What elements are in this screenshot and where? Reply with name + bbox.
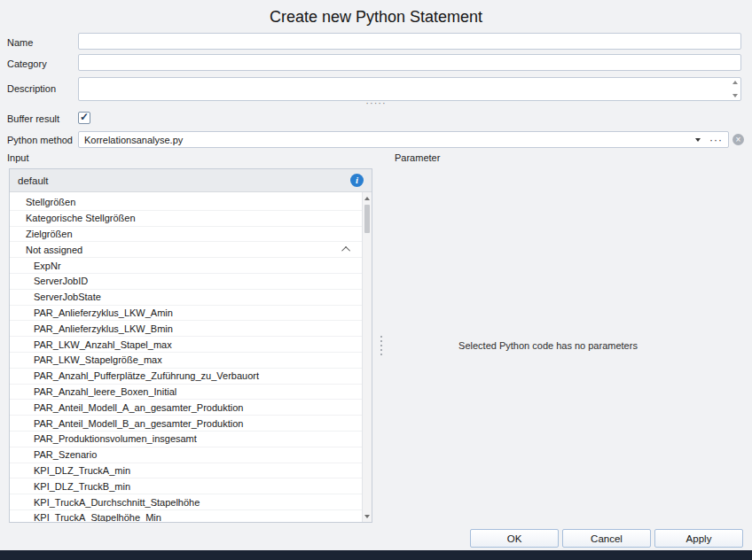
category-label: Category: [7, 58, 47, 69]
list-item[interactable]: Stellgrößen: [10, 195, 362, 211]
description-resize-handle[interactable]: ·····: [0, 99, 752, 106]
list-item-label: Stellgrößen: [26, 197, 75, 207]
description-input[interactable]: [79, 78, 740, 100]
input-list: StellgrößenKategorische StellgrößenZielg…: [10, 192, 362, 522]
list-item[interactable]: PAR_Anlieferzyklus_LKW_Bmin: [10, 321, 362, 337]
buffer-result-checkbox[interactable]: ✓: [78, 112, 90, 124]
input-section-label: Input: [7, 152, 28, 163]
list-item-label: ServerJobID: [34, 276, 88, 286]
description-scroll-down-icon[interactable]: [732, 94, 738, 97]
list-item[interactable]: KPI_TruckA_Durchschnitt_Stapelhöhe: [10, 494, 362, 510]
parameter-empty-message: Selected Python code has no parameters: [388, 340, 709, 351]
list-item-label: KPI_TruckA_Durchschnitt_Stapelhöhe: [34, 497, 200, 508]
checkmark-icon: ✓: [80, 112, 89, 122]
list-item-label: PAR_Anzahl_Pufferplätze_Zuführung_zu_Ver…: [34, 370, 259, 381]
ok-button[interactable]: OK: [470, 529, 559, 548]
name-label: Name: [7, 37, 33, 48]
list-item-label: PAR_Produktionsvolumen_insgesamt: [34, 433, 197, 444]
python-method-combobox[interactable]: Korrelationsanalyse.py ···: [78, 131, 729, 148]
dialog-title: Create new Python Statement: [0, 8, 752, 27]
bottom-bar: [0, 550, 752, 560]
list-item-label: PAR_LKW_Anzahl_Stapel_max: [34, 339, 172, 350]
create-python-statement-dialog: Create new Python Statement Name Categor…: [0, 0, 752, 560]
chevron-up-icon[interactable]: [341, 246, 350, 255]
clear-icon[interactable]: ×: [732, 134, 744, 145]
input-panel-header-label: default: [18, 175, 49, 186]
list-item-label: KPI_DLZ_TruckA_min: [34, 465, 130, 476]
list-item-label: PAR_Anteil_Modell_B_an_gesamter_Produkti…: [34, 418, 243, 429]
list-item[interactable]: Kategorische Stellgrößen: [10, 211, 362, 227]
list-item[interactable]: PAR_Anteil_Modell_A_an_gesamter_Produkti…: [10, 400, 362, 416]
list-item[interactable]: KPI_TruckA_Stapelhöhe_Min: [10, 510, 362, 522]
input-panel-header[interactable]: default i: [10, 169, 372, 192]
info-icon[interactable]: i: [350, 174, 364, 187]
python-method-value: Korrelationsanalyse.py: [84, 135, 695, 145]
list-item[interactable]: PAR_Anzahl_leere_Boxen_Initial: [10, 385, 362, 401]
list-item[interactable]: PAR_Anlieferzyklus_LKW_Amin: [10, 306, 362, 322]
list-item-label: PAR_Szenario: [34, 449, 97, 460]
list-item[interactable]: PAR_Produktionsvolumen_insgesamt: [10, 432, 362, 447]
browse-button[interactable]: ···: [709, 136, 723, 144]
python-method-label: Python method: [7, 135, 73, 145]
list-item[interactable]: ServerJobID: [10, 274, 362, 290]
scrollbar-thumb[interactable]: [364, 205, 370, 233]
description-scroll-up-icon[interactable]: [732, 81, 738, 84]
list-item-label: Not assigned: [26, 245, 82, 255]
list-item[interactable]: Not assigned: [10, 242, 362, 258]
list-item-label: KPI_DLZ_TruckB_min: [34, 481, 130, 492]
list-item[interactable]: Zielgrößen: [10, 227, 362, 243]
list-item[interactable]: KPI_DLZ_TruckB_min: [10, 478, 362, 494]
list-item[interactable]: PAR_Szenario: [10, 447, 362, 463]
name-input[interactable]: [78, 33, 741, 50]
list-item[interactable]: PAR_LKW_Anzahl_Stapel_max: [10, 337, 362, 353]
list-item-label: PAR_LKW_Stapelgröße_max: [34, 354, 162, 365]
apply-button[interactable]: Apply: [654, 529, 743, 548]
parameter-section-label: Parameter: [395, 152, 440, 163]
list-item[interactable]: KPI_DLZ_TruckA_min: [10, 463, 362, 479]
list-item-label: PAR_Anlieferzyklus_LKW_Amin: [34, 307, 173, 318]
list-item-label: PAR_Anzahl_leere_Boxen_Initial: [34, 386, 176, 397]
list-item-label: Kategorische Stellgrößen: [26, 213, 136, 223]
dropdown-arrow-icon[interactable]: [695, 138, 701, 142]
description-label: Description: [7, 83, 56, 94]
list-item-label: ExpNr: [34, 261, 61, 271]
list-item[interactable]: ServerJobState: [10, 290, 362, 306]
list-item-label: KPI_TruckA_Stapelhöhe_Min: [34, 512, 161, 522]
list-item[interactable]: PAR_Anteil_Modell_B_an_gesamter_Produkti…: [10, 416, 362, 432]
list-item-label: PAR_Anteil_Modell_A_an_gesamter_Produkti…: [34, 402, 243, 413]
category-input[interactable]: [78, 54, 741, 71]
list-item-label: ServerJobState: [34, 292, 101, 302]
input-panel: default i StellgrößenKategorische Stellg…: [9, 168, 372, 523]
buffer-result-label: Buffer result: [7, 113, 59, 124]
panel-splitter[interactable]: [377, 168, 386, 523]
list-item[interactable]: ExpNr: [10, 258, 362, 274]
description-field: [78, 77, 741, 101]
scroll-up-icon[interactable]: [363, 193, 372, 203]
cancel-button[interactable]: Cancel: [562, 529, 651, 548]
input-list-scrollbar[interactable]: [362, 192, 372, 522]
list-item-label: Zielgrößen: [26, 229, 73, 239]
list-item[interactable]: PAR_Anzahl_Pufferplätze_Zuführung_zu_Ver…: [10, 369, 362, 385]
scroll-down-icon[interactable]: [363, 511, 372, 521]
list-item[interactable]: PAR_LKW_Stapelgröße_max: [10, 353, 362, 369]
list-item-label: PAR_Anlieferzyklus_LKW_Bmin: [34, 323, 173, 334]
